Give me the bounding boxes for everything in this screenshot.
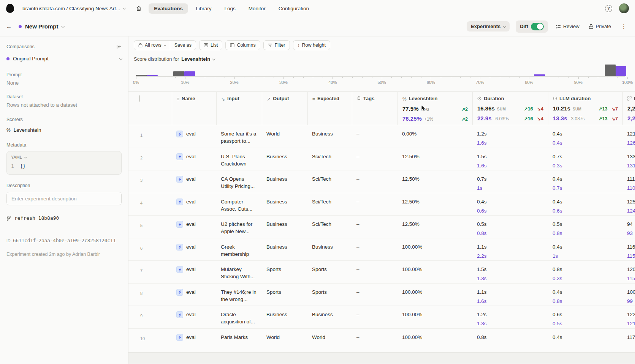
column-header-duration[interactable]: Duration 16.86s SUM ↗16 ↘4 22.9s -6.039s	[472, 92, 548, 125]
histogram-bar[interactable]	[136, 75, 147, 76]
metadata-language-dropdown[interactable]: YAML	[11, 155, 117, 159]
column-header-name[interactable]: ≡Name	[172, 92, 216, 125]
improved-count: ↗13	[598, 106, 607, 112]
help-button[interactable]: ?	[605, 5, 612, 12]
column-header-output[interactable]: ↗Output	[262, 92, 307, 125]
table-row[interactable]: 1 eval Some fear it's a passport to... W…	[128, 125, 635, 148]
private-button[interactable]: Private	[587, 21, 613, 32]
comparisons-label: Comparisons	[6, 44, 35, 49]
cell-duration: 0.5s0.8s	[472, 216, 548, 238]
comparison-item-original-prompt[interactable]: Original Prompt	[6, 56, 122, 61]
table-row[interactable]: 8 eval They #146;re in the wrong... Spor…	[128, 284, 635, 306]
columns-button[interactable]: Columns	[225, 40, 260, 50]
axis-tick	[274, 77, 274, 78]
tab-monitor[interactable]: Monitor	[243, 3, 271, 14]
toggle-knob	[537, 24, 543, 30]
column-header-llm-duration[interactable]: LLM duration 10.21s SUM ↗13 ↘7 13.3s -3.…	[548, 92, 622, 125]
row-number: 7	[128, 261, 172, 283]
cell-expected: Sci/Tech	[307, 193, 352, 216]
histogram-bar[interactable]	[184, 71, 195, 76]
histogram-bar[interactable]	[147, 75, 157, 76]
review-button[interactable]: Review	[554, 21, 581, 32]
histogram-bar[interactable]	[605, 65, 616, 76]
column-header-prompt-tokens[interactable]: Prompt tokens 2,2 2,2	[622, 92, 635, 125]
select-all-checkbox[interactable]	[139, 95, 140, 102]
column-header-levenshtein[interactable]: %Levenshtein 77.5% AVG ↗2 76.25% +1% ↗2	[397, 92, 472, 125]
cell-llm-duration: 0.8s0.3s	[548, 261, 622, 283]
braintrust-logo[interactable]	[6, 4, 14, 13]
user-avatar[interactable]	[619, 3, 629, 13]
collapse-sidebar-icon[interactable]	[116, 44, 122, 49]
axis-tick	[470, 77, 470, 78]
diff-toggle[interactable]	[531, 23, 544, 30]
cell-expected: Sports	[307, 261, 352, 283]
list-view-button[interactable]: List	[199, 40, 222, 50]
columns-label: Columns	[237, 43, 255, 48]
filter-button[interactable]: Filter	[263, 40, 290, 50]
axis-tick	[519, 77, 520, 78]
experiment-title-chevron-icon[interactable]	[61, 25, 64, 28]
cell-tags: –	[352, 170, 397, 193]
axis-tick	[460, 77, 461, 78]
experiments-dropdown[interactable]: Experiments	[467, 21, 510, 32]
comparison-color-dot	[6, 57, 10, 60]
save-as-button[interactable]: Save as	[170, 41, 196, 50]
table-row[interactable]: 7 eval Mularkey Sticking With... Sports …	[128, 261, 635, 284]
column-header-input[interactable]: ↘Input	[216, 92, 262, 125]
cell-duration: 1.5s1.3s	[472, 261, 548, 283]
table-bottom-scroll-area[interactable]	[128, 352, 635, 364]
cell-input: They #146;re in the wrong...	[216, 284, 262, 306]
table-row[interactable]: 5 eval U2 pitches for Apple New... Busin…	[128, 216, 635, 238]
row-height-button[interactable]: ↕ Row height	[293, 40, 331, 50]
histogram-bar[interactable]	[616, 66, 626, 76]
git-ref[interactable]: refresh 18b8a90	[6, 215, 122, 221]
table-row[interactable]: 9 eval Oracle acquisition of... Business…	[128, 306, 635, 329]
cell-output: Sports	[262, 284, 307, 306]
regressed-count: ↘4	[537, 116, 543, 121]
column-header-expected[interactable]: =Expected	[307, 92, 352, 125]
more-menu-button[interactable]: ⋮	[619, 23, 629, 30]
home-button[interactable]	[136, 5, 142, 11]
cell-llm-duration: 0.4s0.7s	[548, 170, 622, 193]
table-row[interactable]: 10 eval Paris Marks World World – 100.00…	[128, 329, 635, 351]
metadata-editor[interactable]: YAML 1 {}	[6, 151, 122, 175]
dataset-value: Rows not attached to a dataset	[6, 102, 122, 108]
question-icon: ?	[607, 6, 610, 11]
table-row[interactable]: 6 eval Greek membership o... Business Bu…	[128, 238, 635, 261]
tab-library[interactable]: Library	[190, 3, 217, 14]
table-row[interactable]: 4 eval Computer Assoc. Cuts... Business …	[128, 193, 635, 216]
table-toolbar: All rows Save as List	[134, 40, 630, 50]
tab-logs[interactable]: Logs	[219, 3, 241, 14]
axis-tick	[254, 77, 254, 78]
cell-tags: –	[352, 238, 397, 261]
scorer-item-levenshtein[interactable]: % Levenshtein	[6, 127, 122, 133]
histogram-bar[interactable]	[173, 71, 184, 76]
score-distribution-selector[interactable]: Score distribution for Levenshtein	[134, 56, 630, 62]
chevron-down-icon	[163, 44, 166, 46]
description-label: Description	[6, 183, 122, 188]
tab-evaluations[interactable]: Evaluations	[149, 3, 188, 14]
token-grid-icon	[627, 96, 632, 101]
back-button[interactable]: ←	[6, 23, 12, 30]
percent-icon: %	[402, 96, 407, 102]
description-input[interactable]: Enter experiment description	[6, 192, 122, 205]
breadcrumb-label: braintrustdata.com / Classifying News Ar…	[22, 6, 120, 11]
cell-name: eval	[186, 288, 196, 296]
project-breadcrumb[interactable]: braintrustdata.com / Classifying News Ar…	[22, 6, 125, 11]
all-rows-dropdown[interactable]: All rows	[134, 41, 170, 50]
row-number: 4	[128, 193, 172, 216]
table-row[interactable]: 3 eval CA Opens Utility Pricing... Busin…	[128, 170, 635, 193]
cell-llm-duration: 0.4s1s	[548, 238, 622, 261]
cell-output: Business	[262, 193, 307, 216]
table-row[interactable]: 2 eval U.S. Plans Crackdown on... Busine…	[128, 148, 635, 171]
id-label: ID	[6, 239, 11, 243]
tab-configuration[interactable]: Configuration	[273, 3, 314, 14]
eval-icon	[176, 311, 183, 318]
cell-prompt-tokens: 116115	[622, 238, 635, 261]
axis-tick	[166, 77, 166, 78]
experiment-id: ID 6611cd1f-2aaa-4b0e-a109-2c8258120c11	[6, 238, 122, 243]
cell-name: eval	[186, 175, 196, 183]
column-header-tags[interactable]: Tags	[352, 92, 397, 125]
histogram-bar[interactable]	[534, 74, 545, 76]
axis-tick	[391, 77, 392, 78]
